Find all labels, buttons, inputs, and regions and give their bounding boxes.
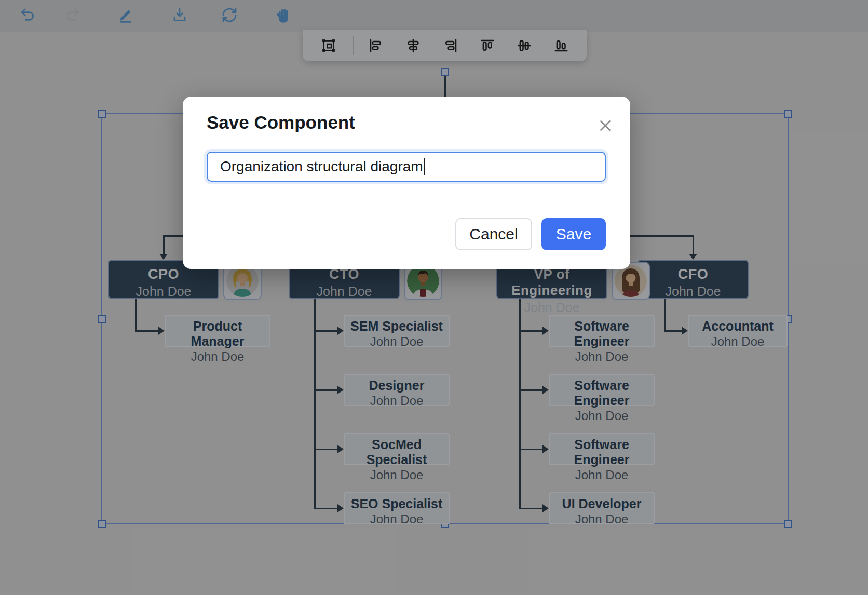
- dialog-title: Save Component: [207, 112, 355, 133]
- app-window: CPO John Doe CTO John Doe VP of Engineer…: [0, 0, 868, 595]
- cancel-button[interactable]: Cancel: [455, 218, 532, 250]
- save-button[interactable]: Save: [541, 218, 606, 250]
- save-component-dialog: Save Component Organization structural d…: [183, 97, 630, 269]
- component-name-value: Organization structural diagram: [220, 158, 423, 175]
- close-button[interactable]: [595, 115, 616, 136]
- modal-backdrop: [0, 0, 868, 595]
- component-name-input[interactable]: Organization structural diagram: [207, 152, 606, 182]
- text-cursor: [424, 158, 425, 175]
- close-icon: [596, 117, 614, 134]
- save-button-label: Save: [556, 225, 591, 243]
- cancel-button-label: Cancel: [469, 225, 518, 243]
